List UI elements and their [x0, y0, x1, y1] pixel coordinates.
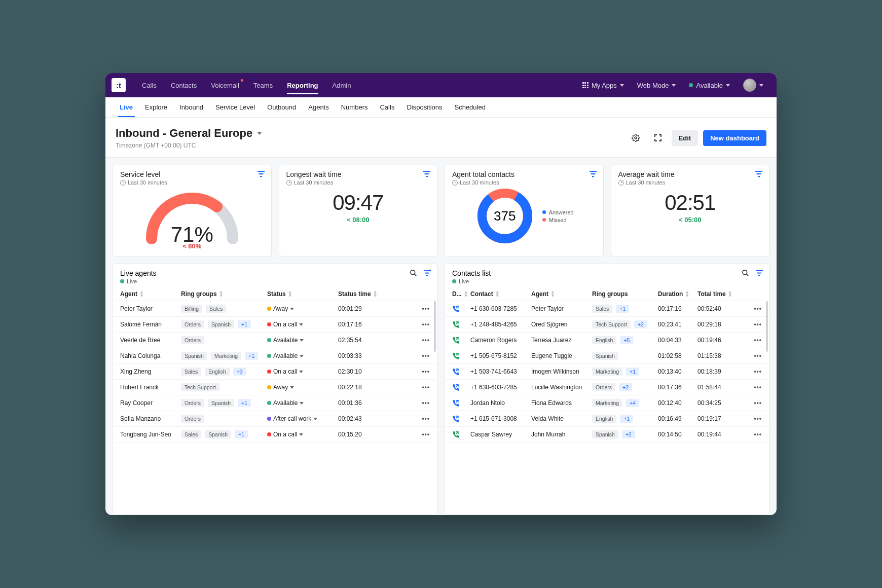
- col-contact[interactable]: Contact▲▼: [470, 290, 531, 298]
- col-duration[interactable]: Duration▲▼: [658, 290, 697, 298]
- row-more-button[interactable]: •••: [749, 384, 762, 391]
- cell-status[interactable]: Away: [267, 305, 338, 312]
- ring-group-overflow[interactable]: +1: [626, 368, 639, 376]
- subtab-outbound[interactable]: Outbound: [261, 97, 302, 117]
- fullscreen-button[interactable]: [649, 129, 667, 146]
- ring-group-overflow[interactable]: +3: [233, 368, 246, 376]
- ring-group-overflow[interactable]: +1: [238, 399, 251, 407]
- scrollbar[interactable]: [434, 301, 436, 352]
- cell-status[interactable]: Available: [267, 399, 338, 407]
- row-more-button[interactable]: •••: [749, 431, 762, 438]
- table-row[interactable]: +1 248-485-4265 Ored Sjögren Tech Suppor…: [445, 317, 769, 333]
- nav-admin[interactable]: Admin: [325, 73, 358, 97]
- col-direction[interactable]: D...▲▼: [452, 290, 470, 298]
- row-more-button[interactable]: •••: [749, 305, 762, 312]
- nav-voicemail[interactable]: Voicemail: [204, 73, 246, 97]
- cell-status[interactable]: Away: [267, 384, 338, 391]
- subtab-calls[interactable]: Calls: [374, 97, 400, 117]
- table-row[interactable]: Ray Cooper OrdersSpanish+1 Available 00:…: [113, 395, 437, 411]
- ring-group-overflow[interactable]: +1: [238, 320, 251, 328]
- table-row[interactable]: Caspar Sawrey John Murrah Spanish+2 00:1…: [445, 427, 769, 443]
- row-more-button[interactable]: •••: [749, 399, 762, 407]
- ring-group-overflow[interactable]: +1: [616, 305, 629, 313]
- row-more-button[interactable]: •••: [749, 352, 762, 359]
- col-status[interactable]: Status▲▼: [267, 290, 338, 298]
- card-filter-button[interactable]: [589, 170, 597, 177]
- ring-group-overflow[interactable]: +2: [634, 320, 647, 328]
- table-row[interactable]: +1 505-675-8152 Eugene Tuggle Spanish 01…: [445, 348, 769, 364]
- subtab-service-level[interactable]: Service Level: [209, 97, 261, 117]
- row-more-button[interactable]: •••: [415, 384, 430, 391]
- table-row[interactable]: +1 630-603-7285 Lucille Washington Order…: [445, 380, 769, 395]
- my-apps-menu[interactable]: My Apps: [577, 82, 629, 89]
- nav-teams[interactable]: Teams: [246, 73, 280, 97]
- col-agent[interactable]: Agent▲▼: [531, 290, 592, 298]
- ring-group-overflow[interactable]: +4: [626, 399, 639, 407]
- row-more-button[interactable]: •••: [415, 337, 430, 344]
- table-row[interactable]: +1 503-741-6643 Imogen Wilkinson Marketi…: [445, 364, 769, 380]
- user-menu[interactable]: [738, 79, 768, 92]
- search-button[interactable]: [742, 269, 749, 279]
- web-mode-menu[interactable]: Web Mode: [632, 82, 681, 89]
- nav-reporting[interactable]: Reporting: [280, 73, 325, 97]
- live-agents-body[interactable]: Peter Taylor BillingSales Away 00:01:29 …: [113, 301, 437, 443]
- row-more-button[interactable]: •••: [415, 415, 430, 422]
- ring-group-overflow[interactable]: +1: [245, 352, 258, 360]
- col-status-time[interactable]: Status time▲▼: [338, 290, 389, 298]
- cell-status[interactable]: Available: [267, 337, 338, 344]
- row-more-button[interactable]: •••: [415, 321, 430, 328]
- page-title[interactable]: Inbound - General Europe: [116, 127, 262, 140]
- cell-status[interactable]: Available: [267, 352, 338, 359]
- edit-button[interactable]: Edit: [672, 130, 699, 146]
- subtab-dispositions[interactable]: Dispositions: [400, 97, 448, 117]
- card-filter-button[interactable]: [423, 170, 431, 177]
- card-filter-button[interactable]: [755, 170, 763, 177]
- ring-group-overflow[interactable]: +5: [620, 336, 633, 344]
- card-filter-button[interactable]: [257, 170, 265, 177]
- table-row[interactable]: Jordan Ntolo Fiona Edwards Marketing+4 0…: [445, 395, 769, 411]
- row-more-button[interactable]: •••: [415, 368, 430, 375]
- table-row[interactable]: Nahia Colunga SpanishMarketing+1 Availab…: [113, 348, 437, 364]
- app-logo-icon[interactable]: :t: [112, 78, 126, 92]
- subtab-scheduled[interactable]: Scheduled: [448, 97, 491, 117]
- table-row[interactable]: Sofia Manzano Orders After call work 00:…: [113, 411, 437, 427]
- row-more-button[interactable]: •••: [415, 399, 430, 407]
- ring-group-overflow[interactable]: +2: [619, 383, 632, 391]
- search-button[interactable]: [410, 269, 417, 279]
- scrollbar[interactable]: [766, 301, 768, 352]
- row-more-button[interactable]: •••: [749, 337, 762, 344]
- table-row[interactable]: Salomé Fernán OrdersSpanish+1 On a call …: [113, 317, 437, 333]
- table-row[interactable]: Hubert Franck Tech Support Away 00:22:18…: [113, 380, 437, 395]
- availability-menu[interactable]: Available: [684, 82, 735, 89]
- subtab-inbound[interactable]: Inbound: [173, 97, 209, 117]
- new-dashboard-button[interactable]: New dashboard: [703, 130, 766, 146]
- col-total-time[interactable]: Total time▲▼: [697, 290, 737, 298]
- cell-status[interactable]: On a call: [267, 321, 338, 328]
- filter-button[interactable]: [755, 269, 763, 279]
- ring-group-overflow[interactable]: +1: [620, 415, 633, 423]
- cell-status[interactable]: After call work: [267, 415, 338, 422]
- subtab-live[interactable]: Live: [114, 97, 139, 117]
- subtab-explore[interactable]: Explore: [139, 97, 173, 117]
- contacts-body[interactable]: +1 630-603-7285 Peter Taylor Sales+1 00:…: [445, 301, 769, 443]
- col-agent[interactable]: Agent▲▼: [120, 290, 181, 298]
- ring-group-overflow[interactable]: +1: [235, 430, 248, 438]
- subtab-agents[interactable]: Agents: [302, 97, 335, 117]
- table-row[interactable]: Tongbang Jun-Seo SalesSpanish+1 On a cal…: [113, 427, 437, 443]
- nav-calls[interactable]: Calls: [135, 73, 164, 97]
- table-row[interactable]: +1 615-671-3008 Velda White English+1 00…: [445, 411, 769, 427]
- row-more-button[interactable]: •••: [415, 431, 430, 438]
- row-more-button[interactable]: •••: [749, 415, 762, 422]
- row-more-button[interactable]: •••: [749, 321, 762, 328]
- col-ring-groups[interactable]: Ring groups▲▼: [181, 290, 267, 298]
- table-row[interactable]: Veerle de Bree Orders Available 02:35:54…: [113, 333, 437, 348]
- ring-group-overflow[interactable]: +2: [622, 430, 635, 438]
- row-more-button[interactable]: •••: [749, 368, 762, 375]
- cell-status[interactable]: On a call: [267, 431, 338, 438]
- filter-button[interactable]: [423, 269, 431, 279]
- table-row[interactable]: Peter Taylor BillingSales Away 00:01:29 …: [113, 301, 437, 317]
- subtab-numbers[interactable]: Numbers: [335, 97, 374, 117]
- table-row[interactable]: Cameron Rogers Terresa Juarez English+5 …: [445, 333, 769, 348]
- settings-button[interactable]: [627, 129, 644, 146]
- table-row[interactable]: +1 630-603-7285 Peter Taylor Sales+1 00:…: [445, 301, 769, 317]
